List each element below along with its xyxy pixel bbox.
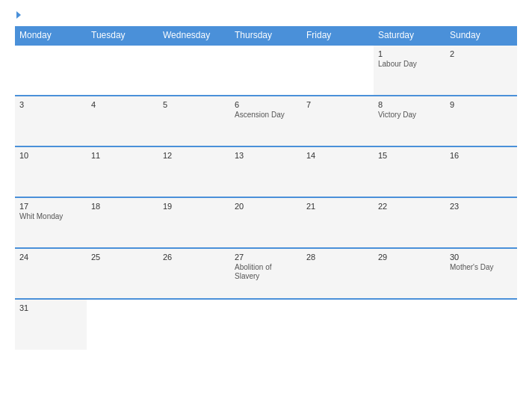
week-row-4: 17Whit Monday181920212223 bbox=[15, 197, 517, 248]
day-number: 13 bbox=[235, 151, 297, 160]
day-number: 6 bbox=[235, 100, 297, 109]
day-cell: 3 bbox=[15, 96, 87, 146]
week-row-5: 24252627Abolition of Slavery282930Mother… bbox=[15, 248, 517, 299]
day-cell bbox=[87, 299, 158, 350]
day-number: 9 bbox=[450, 100, 513, 109]
day-number: 10 bbox=[19, 151, 82, 160]
day-number: 14 bbox=[306, 151, 369, 160]
day-number: 11 bbox=[91, 151, 154, 160]
holiday-label: Labour Day bbox=[378, 60, 441, 69]
logo-triangle-icon bbox=[16, 11, 21, 19]
col-header-friday: Friday bbox=[302, 26, 374, 45]
day-cell: 19 bbox=[158, 197, 230, 248]
day-cell: 11 bbox=[87, 146, 158, 197]
day-cell: 14 bbox=[302, 146, 374, 197]
col-header-thursday: Thursday bbox=[230, 26, 302, 45]
week-row-3: 10111213141516 bbox=[15, 146, 517, 197]
day-cell: 1Labour Day bbox=[374, 45, 445, 96]
calendar-page: MondayTuesdayWednesdayThursdayFridaySatu… bbox=[0, 0, 532, 411]
header bbox=[15, 11, 517, 19]
day-cell: 15 bbox=[374, 146, 445, 197]
day-number: 22 bbox=[378, 202, 441, 211]
day-number: 3 bbox=[19, 100, 82, 109]
day-number: 24 bbox=[19, 253, 82, 262]
day-number: 23 bbox=[450, 202, 513, 211]
day-cell: 24 bbox=[15, 248, 87, 299]
day-number: 26 bbox=[163, 253, 226, 262]
day-cell bbox=[15, 45, 87, 96]
col-header-sunday: Sunday bbox=[445, 26, 517, 45]
day-number: 21 bbox=[306, 202, 369, 211]
day-number: 1 bbox=[378, 49, 441, 58]
day-number: 29 bbox=[378, 253, 441, 262]
day-cell bbox=[158, 299, 230, 350]
day-cell: 18 bbox=[87, 197, 158, 248]
day-cell bbox=[374, 299, 445, 350]
holiday-label: Ascension Day bbox=[235, 111, 297, 120]
day-cell: 29 bbox=[374, 248, 445, 299]
day-cell: 2 bbox=[445, 45, 517, 96]
week-row-6: 31 bbox=[15, 299, 517, 350]
week-row-2: 3456Ascension Day78Victory Day9 bbox=[15, 96, 517, 146]
day-cell: 23 bbox=[445, 197, 517, 248]
day-cell: 5 bbox=[158, 96, 230, 146]
day-number: 28 bbox=[306, 253, 369, 262]
day-number: 18 bbox=[91, 202, 154, 211]
day-cell: 17Whit Monday bbox=[15, 197, 87, 248]
day-number: 7 bbox=[306, 100, 369, 109]
holiday-label: Whit Monday bbox=[19, 212, 82, 221]
day-cell bbox=[230, 45, 302, 96]
day-cell bbox=[302, 45, 374, 96]
day-cell: 16 bbox=[445, 146, 517, 197]
day-cell: 26 bbox=[158, 248, 230, 299]
col-header-wednesday: Wednesday bbox=[158, 26, 230, 45]
day-cell bbox=[230, 299, 302, 350]
day-cell: 13 bbox=[230, 146, 302, 197]
day-cell: 21 bbox=[302, 197, 374, 248]
holiday-label: Mother's Day bbox=[450, 263, 513, 272]
day-number: 2 bbox=[450, 49, 513, 58]
weekday-header-row: MondayTuesdayWednesdayThursdayFridaySatu… bbox=[15, 26, 517, 45]
day-cell bbox=[87, 45, 158, 96]
day-cell: 30Mother's Day bbox=[445, 248, 517, 299]
day-cell: 12 bbox=[158, 146, 230, 197]
day-number: 30 bbox=[450, 253, 513, 262]
day-cell: 28 bbox=[302, 248, 374, 299]
week-row-1: 1Labour Day2 bbox=[15, 45, 517, 96]
day-number: 15 bbox=[378, 151, 441, 160]
day-number: 17 bbox=[19, 202, 82, 211]
logo bbox=[15, 11, 21, 19]
day-cell: 7 bbox=[302, 96, 374, 146]
day-cell bbox=[445, 299, 517, 350]
col-header-monday: Monday bbox=[15, 26, 87, 45]
col-header-saturday: Saturday bbox=[374, 26, 445, 45]
day-number: 16 bbox=[450, 151, 513, 160]
day-number: 31 bbox=[19, 303, 82, 312]
day-number: 8 bbox=[378, 100, 441, 109]
holiday-label: Victory Day bbox=[378, 111, 441, 120]
col-header-tuesday: Tuesday bbox=[87, 26, 158, 45]
day-cell: 27Abolition of Slavery bbox=[230, 248, 302, 299]
day-cell bbox=[302, 299, 374, 350]
day-cell: 4 bbox=[87, 96, 158, 146]
holiday-label: Abolition of Slavery bbox=[235, 263, 297, 281]
day-number: 25 bbox=[91, 253, 154, 262]
calendar-table: MondayTuesdayWednesdayThursdayFridaySatu… bbox=[15, 26, 517, 350]
day-cell: 31 bbox=[15, 299, 87, 350]
day-number: 27 bbox=[235, 253, 297, 262]
day-number: 5 bbox=[163, 100, 226, 109]
day-number: 19 bbox=[163, 202, 226, 211]
day-cell: 22 bbox=[374, 197, 445, 248]
day-cell: 8Victory Day bbox=[374, 96, 445, 146]
day-cell bbox=[158, 45, 230, 96]
day-number: 12 bbox=[163, 151, 226, 160]
day-number: 20 bbox=[235, 202, 297, 211]
day-cell: 10 bbox=[15, 146, 87, 197]
day-cell: 20 bbox=[230, 197, 302, 248]
day-cell: 6Ascension Day bbox=[230, 96, 302, 146]
day-cell: 9 bbox=[445, 96, 517, 146]
day-cell: 25 bbox=[87, 248, 158, 299]
day-number: 4 bbox=[91, 100, 154, 109]
